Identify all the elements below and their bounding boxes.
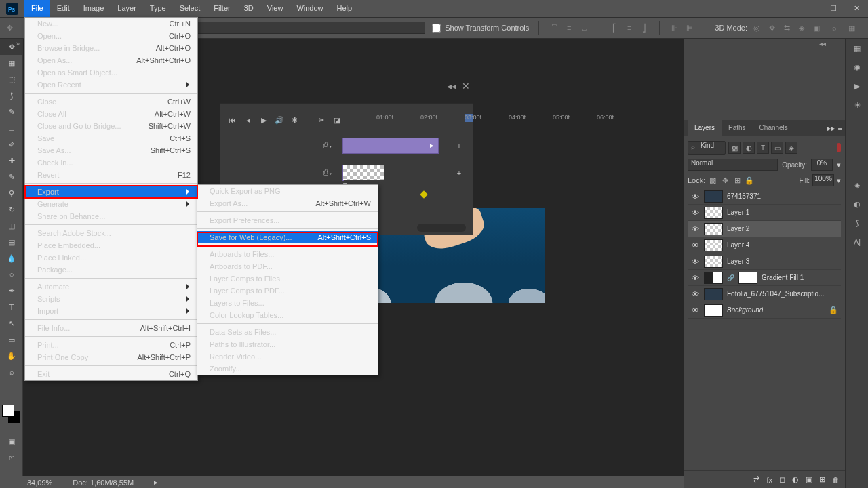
menuitem-open-recent[interactable]: Open Recent [25,79,197,91]
color-swatch[interactable] [2,405,21,424]
align-vcenter-icon[interactable]: ≡ [564,22,574,33]
shape-tool-icon[interactable]: ▭ [0,331,23,348]
filter-toggle[interactable] [837,143,841,152]
menuitem-revert[interactable]: RevertF12 [25,169,197,181]
menu-edit[interactable]: Edit [50,0,77,17]
menuitem-place-embedded[interactable]: Place Embedded... [25,239,197,251]
menuitem-save[interactable]: SaveCtrl+S [25,132,197,144]
align-left-icon[interactable]: ⎡ [609,22,620,33]
tools-collapse[interactable]: » [16,40,20,47]
menuitem-export-preferences[interactable]: Export Preferences... [197,214,378,226]
menu-window[interactable]: Window [290,0,330,17]
layer-row[interactable]: 👁Layer 2 [688,221,841,237]
status-arrow-icon[interactable]: ▸ [154,478,158,487]
menu-help[interactable]: Help [330,0,359,17]
menuitem-search-adobe-stock[interactable]: Search Adobe Stock... [25,227,197,239]
menu-view[interactable]: View [260,0,290,17]
menuitem-render-video[interactable]: Render Video... [197,350,378,363]
path-tool-icon[interactable]: ↖ [0,315,23,331]
menu-type[interactable]: Type [143,0,173,17]
fill-dropdown-icon[interactable]: ▾ [837,176,841,185]
hand-tool-icon[interactable]: ✋ [0,348,23,364]
eraser-tool-icon[interactable]: ◫ [0,218,23,234]
search-icon[interactable]: ⌕ [829,22,840,33]
layer-row[interactable]: 👁674157371 [688,188,841,205]
3d-pan-icon[interactable]: ✥ [766,22,777,33]
edit-toolbar-icon[interactable]: ⋯ [0,384,23,401]
align-right-icon[interactable]: ⎦ [639,22,650,33]
zoom-tool-icon[interactable]: ⌕ [0,364,23,380]
quickmask-icon[interactable]: ▣ [0,433,23,449]
menuitem-save-as[interactable]: Save As...Shift+Ctrl+S [25,144,197,157]
marquee-tool-icon[interactable]: ⬚ [0,71,23,87]
blend-mode-select[interactable]: Normal [688,159,778,171]
new-layer-icon[interactable]: ⊞ [819,475,825,484]
crop-tool-icon[interactable]: ⟂ [0,120,23,136]
timeline-scrollbar[interactable] [417,224,466,232]
doc-size[interactable]: Doc: 1,60M/8,55M [73,479,134,487]
menu-layer[interactable]: Layer [111,0,143,17]
opacity-dropdown-icon[interactable]: ▾ [837,161,841,169]
menuitem-save-for-web-legacy[interactable]: Save for Web (Legacy)...Alt+Shift+Ctrl+S [197,231,378,243]
visibility-icon[interactable]: 👁 [690,241,700,249]
layer-mask-icon[interactable]: ◻ [779,475,785,484]
visibility-icon[interactable]: 👁 [690,209,700,217]
menuitem-automate[interactable]: Automate [25,281,197,293]
menuitem-quick-export-as-png[interactable]: Quick Export as PNG [197,185,378,197]
track-menu-icon[interactable]: ⎙▾ [322,166,334,178]
menuitem-place-linked[interactable]: Place Linked... [25,251,197,264]
visibility-icon[interactable]: 👁 [690,192,700,201]
distribute-v-icon[interactable]: ⊫ [684,22,695,33]
menuitem-open-as-smart-object[interactable]: Open as Smart Object... [25,66,197,79]
timeline-ruler[interactable]: 01:00f02:00f03:00f04:00f05:00f06:00f [342,104,466,124]
prev-frame-icon[interactable]: ◂ [243,114,253,126]
menuitem-open-as[interactable]: Open As...Alt+Shift+Ctrl+O [25,54,197,66]
audio-icon[interactable]: 🔊 [274,114,284,126]
adjustment-icon[interactable]: ◐ [792,475,799,484]
menuitem-file-info[interactable]: File Info...Alt+Shift+Ctrl+I [25,322,197,334]
type-tool-icon[interactable]: T [0,299,23,315]
menu-file[interactable]: File [24,0,50,17]
lock-icon[interactable]: 🔒 [829,306,838,314]
menuitem-new[interactable]: New...Ctrl+N [25,18,197,30]
panel-menu-icon[interactable]: ≡ [838,124,842,133]
dock-light-icon[interactable]: ✳ [846,96,868,115]
align-bottom-icon[interactable]: ⎵ [578,22,589,33]
lock-artboard-icon[interactable]: ⊞ [732,176,742,185]
menuitem-share-on-behance[interactable]: Share on Behance... [25,210,197,222]
align-hcenter-icon[interactable]: ≡ [624,22,635,33]
menu-select[interactable]: Select [173,0,208,17]
layer-row[interactable]: 👁🔗Gradient Fill 1 [688,270,841,286]
screenmode-icon[interactable]: ⏍ [0,449,23,466]
window-minimize[interactable]: ─ [799,0,822,17]
menu-filter[interactable]: Filter [207,0,237,17]
filter-adjust-icon[interactable]: ◐ [743,142,755,154]
menuitem-print[interactable]: Print...Ctrl+P [25,339,197,351]
blur-tool-icon[interactable]: 💧 [0,250,23,266]
healing-tool-icon[interactable]: ✚ [0,152,23,169]
menuitem-zoomify[interactable]: Zoomify... [197,363,378,375]
tab-paths[interactable]: Paths [722,120,753,136]
menuitem-print-one-copy[interactable]: Print One CopyAlt+Shift+Ctrl+P [25,351,197,363]
layer-fx-icon[interactable]: fx [766,476,772,484]
align-top-icon[interactable]: ⎴ [549,22,559,33]
opacity-value[interactable]: 0% [811,159,833,171]
menuitem-export-as[interactable]: Export As...Alt+Shift+Ctrl+W [197,197,378,209]
tab-channels[interactable]: Channels [753,120,795,136]
pen-tool-icon[interactable]: ✒ [0,283,23,299]
filter-smart-icon[interactable]: ◈ [785,142,797,154]
3d-walk-icon[interactable]: ◈ [796,22,807,33]
delete-icon[interactable]: 🗑 [832,476,840,484]
transition-icon[interactable]: ◪ [332,114,342,126]
window-maximize[interactable]: ☐ [822,0,845,17]
gradient-tool-icon[interactable]: ▤ [0,234,23,250]
track-menu-icon[interactable]: ⎙▾ [322,139,334,151]
distribute-h-icon[interactable]: ⊪ [669,22,680,33]
visibility-icon[interactable]: 👁 [690,290,700,298]
workspace-icon[interactable]: ▦ [846,22,857,33]
zoom-level[interactable]: 34,09% [27,479,52,487]
dock-paths-icon[interactable]: ⟆ [846,214,868,232]
visibility-icon[interactable]: 👁 [690,258,700,266]
layer-row[interactable]: 👁Background🔒 [688,302,841,319]
menuitem-exit[interactable]: ExitCtrl+Q [25,368,197,380]
